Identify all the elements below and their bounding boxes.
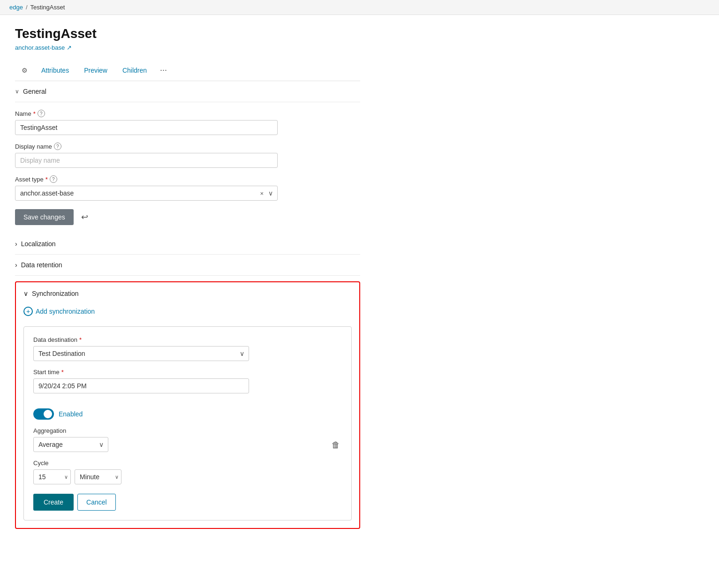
start-time-label: Start time * xyxy=(33,369,342,376)
page-title: TestingAsset xyxy=(15,26,360,41)
aggregation-select-wrapper: Average Sum Min Max Count ∨ xyxy=(33,437,108,452)
sync-form-box: Data destination * Test Destination ∨ St… xyxy=(23,326,352,520)
cycle-num-select[interactable]: 1 5 10 15 30 60 xyxy=(33,469,71,484)
tab-more[interactable]: ··· xyxy=(154,60,173,81)
chevron-down-icon-sync: ∨ xyxy=(23,290,28,297)
aggregation-label: Aggregation xyxy=(33,427,342,434)
field-aggregation: Aggregation Average Sum Min Max Count ∨ xyxy=(33,427,342,452)
add-sync-label: Add synchronization xyxy=(36,308,95,315)
asset-type-label: Asset type * ? xyxy=(15,175,360,183)
aggregation-select[interactable]: Average Sum Min Max Count xyxy=(33,437,108,452)
chevron-right-icon-2: › xyxy=(15,261,17,269)
section-data-retention: › Data retention xyxy=(15,255,360,276)
field-data-destination: Data destination * Test Destination ∨ xyxy=(33,336,342,361)
tab-children[interactable]: Children xyxy=(115,62,154,80)
cancel-button[interactable]: Cancel xyxy=(77,494,116,511)
breadcrumb: edge / TestingAsset xyxy=(0,0,719,15)
tab-preview[interactable]: Preview xyxy=(76,62,115,80)
tab-gear-icon[interactable]: ⚙ xyxy=(15,61,34,80)
tabs-bar: ⚙ Attributes Preview Children ··· xyxy=(15,60,360,81)
breadcrumb-separator: / xyxy=(26,4,28,11)
chevron-down-icon: ∨ xyxy=(15,88,19,95)
asset-type-input[interactable] xyxy=(15,186,278,201)
data-destination-label: Data destination * xyxy=(33,336,342,343)
plus-circle-icon: + xyxy=(23,307,33,316)
cycle-label: Cycle xyxy=(33,460,342,467)
asset-type-select-wrapper: × ∨ xyxy=(15,186,278,201)
section-data-retention-header[interactable]: › Data retention xyxy=(15,255,360,275)
section-localization-header[interactable]: › Localization xyxy=(15,234,360,254)
subtitle-arrow: ↗ xyxy=(67,44,72,51)
required-indicator: * xyxy=(33,110,36,117)
delete-sync-button[interactable]: 🗑 xyxy=(330,438,342,452)
name-input[interactable] xyxy=(15,120,278,135)
section-general-header[interactable]: ∨ General xyxy=(15,81,360,102)
subtitle-text: anchor.asset-base xyxy=(15,44,65,51)
field-cycle: Cycle 1 5 10 15 30 60 ∨ xyxy=(33,460,342,484)
display-name-label: Display name ? xyxy=(15,143,360,150)
enabled-label: Enabled xyxy=(59,410,83,418)
asset-type-help-icon[interactable]: ? xyxy=(50,175,57,183)
save-changes-button[interactable]: Save changes xyxy=(15,209,74,225)
page-subtitle[interactable]: anchor.asset-base ↗ xyxy=(15,44,360,51)
display-name-help-icon[interactable]: ? xyxy=(54,143,61,150)
data-destination-select[interactable]: Test Destination xyxy=(33,346,249,361)
name-help-icon[interactable]: ? xyxy=(38,110,45,117)
display-name-input[interactable] xyxy=(15,153,278,168)
undo-button[interactable]: ↩ xyxy=(77,208,92,226)
cycle-row: 1 5 10 15 30 60 ∨ Second Minute xyxy=(33,469,342,484)
add-synchronization-button[interactable]: + Add synchronization xyxy=(23,304,95,319)
toggle-slider xyxy=(33,408,54,420)
gear-icon: ⚙ xyxy=(22,67,28,74)
section-synchronization: ∨ Synchronization + Add synchronization … xyxy=(15,281,360,529)
field-start-time: Start time * xyxy=(33,369,342,401)
field-display-name: Display name ? xyxy=(15,143,360,168)
enabled-toggle-row: Enabled xyxy=(33,408,342,420)
section-sync-header[interactable]: ∨ Synchronization xyxy=(23,290,352,304)
section-data-retention-label: Data retention xyxy=(21,261,62,269)
cycle-unit-wrapper: Second Minute Hour Day ∨ xyxy=(75,469,121,484)
section-localization: › Localization xyxy=(15,234,360,255)
create-button[interactable]: Create xyxy=(33,494,74,511)
chevron-right-icon: › xyxy=(15,240,17,248)
field-name: Name * ? xyxy=(15,110,360,135)
enabled-toggle[interactable] xyxy=(33,408,54,420)
breadcrumb-parent[interactable]: edge xyxy=(9,4,23,11)
section-sync-label: Synchronization xyxy=(32,290,79,297)
section-general-content: Name * ? Display name ? Asset type * xyxy=(15,102,360,234)
name-label: Name * ? xyxy=(15,110,360,117)
clear-asset-type-icon[interactable]: × xyxy=(260,190,264,197)
tab-attributes[interactable]: Attributes xyxy=(34,62,76,80)
page-content: TestingAsset anchor.asset-base ↗ ⚙ Attri… xyxy=(0,15,375,540)
section-general: ∨ General Name * ? Display name ? xyxy=(15,81,360,234)
breadcrumb-current: TestingAsset xyxy=(30,4,65,11)
field-asset-type: Asset type * ? × ∨ xyxy=(15,175,360,201)
start-time-input[interactable] xyxy=(33,378,249,393)
section-general-label: General xyxy=(23,88,46,95)
required-indicator-3: * xyxy=(79,336,82,343)
cycle-num-wrapper: 1 5 10 15 30 60 ∨ xyxy=(33,469,71,484)
trash-icon: 🗑 xyxy=(332,440,340,450)
data-destination-select-wrapper: Test Destination ∨ xyxy=(33,346,249,361)
section-localization-label: Localization xyxy=(21,240,56,248)
required-indicator-2: * xyxy=(45,176,48,183)
form-actions: Create Cancel xyxy=(33,494,342,511)
cycle-unit-select[interactable]: Second Minute Hour Day xyxy=(75,469,121,484)
save-btn-row: Save changes ↩ xyxy=(15,208,360,226)
required-indicator-4: * xyxy=(61,369,64,376)
aggr-delete-row: Average Sum Min Max Count ∨ 🗑 xyxy=(33,437,342,452)
